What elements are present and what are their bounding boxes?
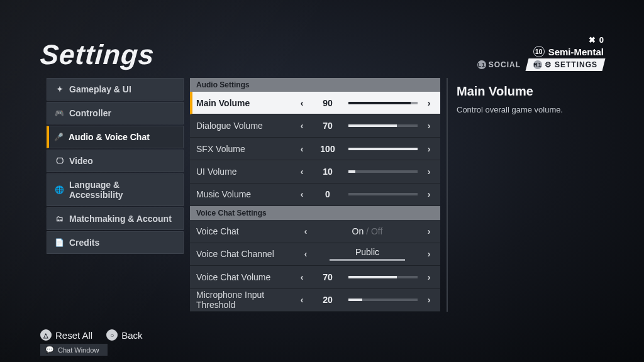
slider-fill (348, 148, 418, 150)
sidebar-item-gameplay[interactable]: ✦ Gameplay & UI (47, 78, 184, 101)
sidebar-item-label: Language & Accessibility (69, 180, 175, 200)
hud: ✖ 0 10 Semi-Mental L1 SOCIAL R1 ⚙ SETTIN… (471, 34, 604, 71)
row-mic-threshold[interactable]: Microphone Input Threshold ‹ 20 › (190, 289, 440, 312)
row-label: Voice Chat (196, 226, 294, 236)
chevron-right-icon[interactable]: › (424, 189, 434, 199)
chevron-right-icon[interactable]: › (424, 98, 434, 108)
settings-list: Audio Settings Main Volume ‹ 90 › Dialog… (190, 78, 440, 312)
chat-window-label: Chat Window (58, 346, 99, 354)
description-panel: Main Volume Control overall game volume. (447, 78, 604, 312)
back-label: Back (121, 330, 142, 341)
row-dialogue-volume[interactable]: Dialogue Volume ‹ 70 › (190, 114, 440, 137)
slider-track[interactable] (348, 148, 418, 150)
slider-track[interactable] (348, 124, 418, 127)
description-title: Main Volume (457, 84, 600, 99)
sidebar-item-label: Matchmaking & Account (69, 214, 172, 224)
row-value: 100 (313, 144, 342, 154)
prompt-r1-icon: R1 (533, 60, 542, 69)
slider-fill (348, 170, 355, 173)
chevron-left-icon[interactable]: ‹ (297, 144, 307, 154)
monitor-icon: 🖵 (55, 156, 64, 165)
option-underline (330, 259, 405, 261)
chevron-left-icon[interactable]: ‹ (301, 226, 311, 236)
group-header-voice: Voice Chat Settings (190, 206, 440, 220)
currency-value: 0 (599, 35, 604, 45)
back-button[interactable]: ○ Back (106, 329, 142, 341)
row-label: Voice Chat Channel (196, 249, 294, 259)
row-label: Dialogue Volume (196, 121, 291, 131)
slider-track[interactable] (348, 170, 418, 173)
chevron-left-icon[interactable]: ‹ (297, 295, 307, 305)
slider-track[interactable] (348, 102, 418, 104)
triangle-button-icon: △ (40, 329, 52, 341)
chevron-right-icon[interactable]: › (424, 144, 434, 154)
row-value: 70 (313, 121, 342, 131)
target-icon: ✦ (55, 85, 64, 94)
row-label: UI Volume (196, 167, 291, 177)
row-label: Voice Chat Volume (196, 272, 291, 282)
sidebar-item-language[interactable]: 🌐 Language & Accessibility (47, 173, 184, 206)
slider-track[interactable] (348, 193, 418, 195)
row-value: 70 (313, 272, 342, 282)
row-sfx-volume[interactable]: SFX Volume ‹ 100 › (190, 138, 440, 160)
slider-fill (348, 124, 397, 127)
sidebar-item-label: Audio & Voice Chat (69, 132, 150, 142)
tab-social-label: SOCIAL (489, 60, 521, 69)
sidebar-item-label: Controller (69, 108, 111, 118)
settings-sidebar: ✦ Gameplay & UI 🎮 Controller 🎤 Audio & V… (47, 78, 184, 312)
row-music-volume[interactable]: Music Volume ‹ 0 › (190, 184, 440, 206)
row-label: Main Volume (196, 98, 291, 108)
sidebar-item-credits[interactable]: 📄 Credits (47, 231, 184, 254)
chevron-right-icon[interactable]: › (424, 167, 434, 177)
chevron-left-icon[interactable]: ‹ (297, 167, 307, 177)
chevron-right-icon[interactable]: › (424, 121, 434, 131)
chevron-left-icon[interactable]: ‹ (297, 98, 307, 108)
row-value: 0 (313, 189, 342, 199)
chevron-left-icon[interactable]: ‹ (301, 249, 311, 259)
controller-icon: 🎮 (55, 109, 64, 118)
reset-all-label: Reset All (55, 330, 92, 341)
row-voice-channel[interactable]: Voice Chat Channel ‹ Public › (190, 243, 440, 266)
sidebar-item-matchmaking[interactable]: 🗂 Matchmaking & Account (47, 207, 184, 230)
slider-track[interactable] (348, 276, 418, 278)
chevron-left-icon[interactable]: ‹ (297, 272, 307, 282)
group-header-audio: Audio Settings (190, 78, 440, 92)
sidebar-item-audio[interactable]: 🎤 Audio & Voice Chat (47, 126, 184, 148)
row-option-value: On / Off (317, 226, 418, 236)
slider-track[interactable] (348, 299, 418, 301)
description-body: Control overall game volume. (457, 105, 600, 114)
currency-icon: ✖ (589, 35, 596, 45)
sidebar-item-label: Credits (69, 238, 99, 248)
chevron-left-icon[interactable]: ‹ (297, 189, 307, 199)
prompt-l1-icon: L1 (477, 60, 486, 69)
account-icon: 🗂 (55, 214, 64, 223)
player-level-badge: 10 (533, 46, 545, 57)
document-icon: 📄 (55, 238, 64, 247)
row-voice-volume[interactable]: Voice Chat Volume ‹ 70 › (190, 266, 440, 288)
tab-social[interactable]: L1 SOCIAL (471, 58, 527, 71)
chevron-right-icon[interactable]: › (424, 295, 434, 305)
row-label: Microphone Input Threshold (196, 290, 291, 310)
sidebar-item-video[interactable]: 🖵 Video (47, 150, 184, 172)
row-voice-chat[interactable]: Voice Chat ‹ On / Off › (190, 220, 440, 243)
mic-icon: 🎤 (54, 133, 64, 141)
sidebar-item-controller[interactable]: 🎮 Controller (47, 102, 184, 124)
chevron-right-icon[interactable]: › (424, 226, 434, 236)
reset-all-button[interactable]: △ Reset All (40, 329, 92, 341)
footer-prompts: △ Reset All ○ Back (40, 329, 143, 341)
row-main-volume[interactable]: Main Volume ‹ 90 › (190, 92, 440, 114)
slider-fill (348, 102, 411, 104)
player-username: Semi-Mental (548, 47, 604, 57)
slider-fill (348, 299, 362, 301)
chat-window-button[interactable]: 💬 Chat Window (40, 344, 108, 356)
chevron-right-icon[interactable]: › (424, 249, 434, 259)
sidebar-item-label: Video (69, 156, 93, 166)
chevron-right-icon[interactable]: › (424, 272, 434, 282)
tab-settings-label: SETTINGS (555, 60, 597, 69)
circle-button-icon: ○ (106, 329, 118, 341)
tab-settings[interactable]: R1 ⚙ SETTINGS (525, 58, 605, 71)
globe-icon: 🌐 (55, 185, 64, 194)
row-ui-volume[interactable]: UI Volume ‹ 10 › (190, 160, 440, 183)
chevron-left-icon[interactable]: ‹ (297, 121, 307, 131)
page-title: Settings (39, 39, 155, 70)
